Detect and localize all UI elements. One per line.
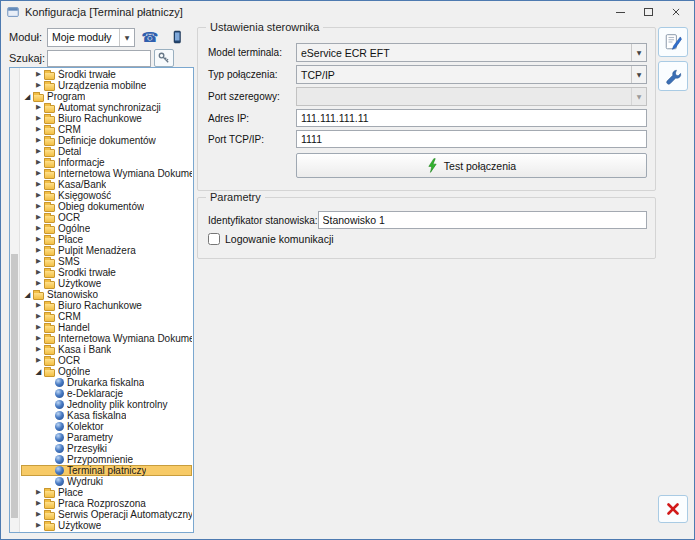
expand-arrow-icon[interactable]: ▶ <box>34 190 43 201</box>
close-button[interactable] <box>662 2 690 22</box>
tree-item[interactable]: ▶Detal <box>21 146 192 157</box>
save-button[interactable] <box>658 27 688 57</box>
collapse-arrow-icon[interactable]: ◢ <box>23 91 32 102</box>
tree-item[interactable]: ▶CRM <box>21 124 192 135</box>
tree-item[interactable]: ▶Automat synchronizacji <box>21 102 192 113</box>
expand-arrow-icon[interactable]: ▶ <box>34 179 43 190</box>
tree-item[interactable]: ▶Biuro Rachunkowe <box>21 113 192 124</box>
tree-item[interactable]: ▶Kasa i Bank <box>21 344 192 355</box>
expand-arrow-icon[interactable]: ▶ <box>34 278 43 289</box>
tree-item[interactable]: ▶Pulpit Menadżera <box>21 245 192 256</box>
expand-arrow-icon[interactable]: ▶ <box>34 135 43 146</box>
expand-arrow-icon[interactable]: ▶ <box>34 355 43 366</box>
expand-arrow-icon[interactable]: ▶ <box>34 80 43 91</box>
tree-item[interactable]: ▶Internetowa Wymiana Dokument... <box>21 333 192 344</box>
tree-item[interactable]: ▶Definicje dokumentów <box>21 135 192 146</box>
expand-arrow-icon[interactable]: ▶ <box>34 212 43 223</box>
tree-item[interactable]: Drukarka fiskalna <box>21 377 192 388</box>
expand-arrow-icon[interactable]: ▶ <box>34 520 43 531</box>
tree-item[interactable]: Przypomnienie <box>21 454 192 465</box>
expand-arrow-icon[interactable]: ▶ <box>34 201 43 212</box>
minimize-button[interactable] <box>606 2 634 22</box>
tree-item-label: OCR <box>58 212 80 223</box>
tree-item[interactable]: Wydruki <box>21 476 192 487</box>
wrench-icon <box>665 68 682 85</box>
tree-item[interactable]: ▶Serwis Operacji Automatycznych <box>21 509 192 520</box>
tools-button[interactable] <box>658 61 688 91</box>
ip-address-input[interactable] <box>296 109 647 127</box>
tree-item[interactable]: ◢Program <box>21 91 192 102</box>
expand-arrow-icon[interactable]: ▶ <box>34 322 43 333</box>
tree-item[interactable]: ◢Stanowisko <box>21 289 192 300</box>
key-button[interactable] <box>154 49 174 67</box>
expand-arrow-icon[interactable]: ▶ <box>34 234 43 245</box>
tree-item[interactable]: ▶Handel <box>21 322 192 333</box>
expand-arrow-icon[interactable]: ▶ <box>34 245 43 256</box>
station-id-input[interactable] <box>318 211 648 229</box>
tree-item[interactable]: ▶Użytkowe <box>21 278 192 289</box>
collapse-arrow-icon[interactable]: ◢ <box>34 366 43 377</box>
expand-arrow-icon[interactable]: ▶ <box>34 223 43 234</box>
tree-item[interactable]: ▶Kasa/Bank <box>21 179 192 190</box>
module-select[interactable]: Moje moduły ▼ <box>47 28 135 47</box>
tree-item[interactable]: ▶Ogólne <box>21 223 192 234</box>
tree-item[interactable]: ▶Użytkowe <box>21 520 192 531</box>
logging-checkbox[interactable] <box>208 233 220 245</box>
tree-item-label: Księgowość <box>58 190 111 201</box>
search-input[interactable] <box>47 50 151 67</box>
expand-arrow-icon[interactable]: ▶ <box>34 146 43 157</box>
expand-arrow-icon[interactable]: ▶ <box>34 256 43 267</box>
collapse-arrow-icon[interactable]: ◢ <box>23 289 32 300</box>
tree-item[interactable]: Jednolity plik kontrolny <box>21 399 192 410</box>
tree-item[interactable]: ▶SMS <box>21 256 192 267</box>
tree-item[interactable]: Przesyłki <box>21 443 192 454</box>
tree-item[interactable]: e-Deklaracje <box>21 388 192 399</box>
expand-arrow-icon[interactable]: ▶ <box>34 300 43 311</box>
expand-arrow-icon[interactable]: ▶ <box>34 333 43 344</box>
tree-item[interactable]: ▶Płace <box>21 234 192 245</box>
mobile-button[interactable] <box>165 27 189 48</box>
expand-arrow-icon[interactable]: ▶ <box>34 113 43 124</box>
expand-arrow-icon[interactable]: ▶ <box>34 102 43 113</box>
tcp-port-input[interactable] <box>296 130 647 148</box>
tree-item[interactable]: ▶CRM <box>21 311 192 322</box>
tree-item[interactable]: ▶Obieg dokumentów <box>21 201 192 212</box>
expand-arrow-icon[interactable]: ▶ <box>34 267 43 278</box>
terminal-model-select[interactable]: eService ECR EFT ▼ <box>296 43 647 62</box>
tree-item[interactable]: ▶Internetowa Wymiana Dokument... <box>21 168 192 179</box>
tree-item[interactable]: ▶Informacje <box>21 157 192 168</box>
tcp-port-label: Port TCP/IP: <box>208 134 296 145</box>
tree-item[interactable]: ▶Księgowość <box>21 190 192 201</box>
tree-item[interactable]: Kolektor <box>21 421 192 432</box>
expand-arrow-icon[interactable]: ▶ <box>34 344 43 355</box>
expand-arrow-icon[interactable]: ▶ <box>34 157 43 168</box>
tree-item[interactable]: Kasa fiskalna <box>21 410 192 421</box>
tree-item[interactable]: ▶Praca Rozproszona <box>21 498 192 509</box>
tree-item[interactable]: ▶Płace <box>21 487 192 498</box>
tree-item[interactable]: Terminal płatniczy <box>21 465 192 476</box>
maximize-button[interactable] <box>634 2 662 22</box>
scrollbar-thumb[interactable] <box>11 254 18 518</box>
tree-item[interactable]: ▶Urządzenia mobilne <box>21 80 192 91</box>
expand-arrow-icon[interactable]: ▶ <box>34 498 43 509</box>
tree-item[interactable]: ▶Środki trwałe <box>21 69 192 80</box>
tree-item[interactable]: ◢Ogólne <box>21 366 192 377</box>
phone-button[interactable]: ☎ <box>138 27 162 48</box>
tree-item-label: Internetowa Wymiana Dokument... <box>58 333 192 344</box>
titlebar[interactable]: Konfiguracja [Terminal płatniczy] <box>1 1 694 23</box>
expand-arrow-icon[interactable]: ▶ <box>34 69 43 80</box>
expand-arrow-icon[interactable]: ▶ <box>34 487 43 498</box>
cancel-button[interactable] <box>658 495 688 523</box>
expand-arrow-icon[interactable]: ▶ <box>34 311 43 322</box>
tree-item[interactable]: ▶OCR <box>21 212 192 223</box>
tree-item[interactable]: ▶OCR <box>21 355 192 366</box>
tree-item[interactable]: ▶Środki trwałe <box>21 267 192 278</box>
tree-scrollbar[interactable] <box>10 68 20 532</box>
tree-item[interactable]: ▶Biuro Rachunkowe <box>21 300 192 311</box>
expand-arrow-icon[interactable]: ▶ <box>34 509 43 520</box>
test-connection-button[interactable]: Test połączenia <box>296 153 647 178</box>
expand-arrow-icon[interactable]: ▶ <box>34 124 43 135</box>
connection-type-select[interactable]: TCP/IP ▼ <box>296 65 647 84</box>
expand-arrow-icon[interactable]: ▶ <box>34 168 43 179</box>
tree-item[interactable]: Parametry <box>21 432 192 443</box>
